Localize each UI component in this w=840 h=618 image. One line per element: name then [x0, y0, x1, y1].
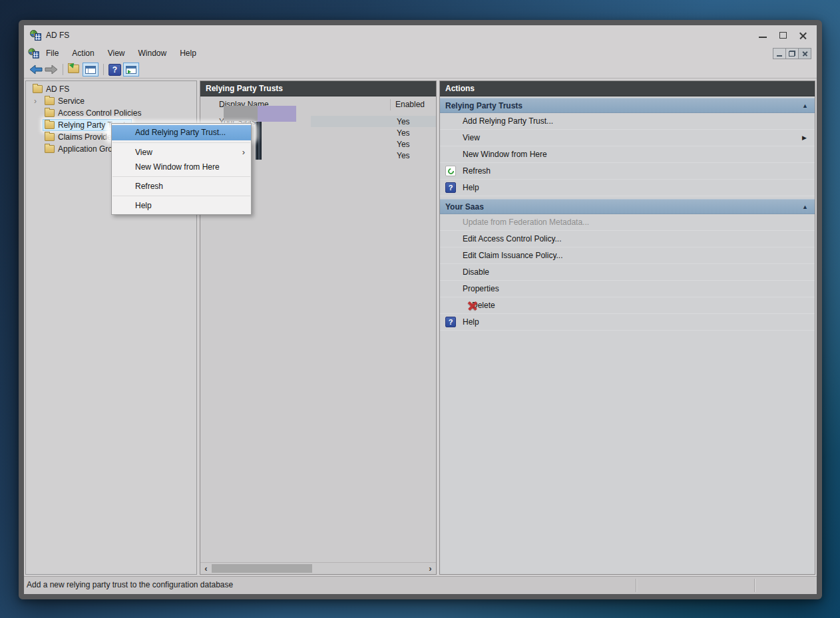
chevron-right-icon[interactable]: ›	[34, 96, 43, 106]
desktop-background: AD FS File Action View Window Help	[0, 0, 840, 618]
actions-pane-header: Actions	[440, 81, 815, 96]
action-disable[interactable]: Disable	[440, 264, 815, 281]
mdi-restore-button[interactable]	[785, 48, 799, 59]
folder-icon	[45, 133, 55, 141]
action-label: New Window from Here	[463, 150, 547, 159]
action-label: Add Relying Party Trust...	[463, 116, 553, 126]
back-icon[interactable]	[29, 65, 43, 75]
context-menu-help[interactable]: Help	[112, 198, 251, 213]
window-title: AD FS	[46, 31, 69, 40]
context-menu: Add Relying Party Trust... View › New Wi…	[111, 123, 252, 215]
mdi-close-icon	[802, 51, 808, 57]
toolbar: ?	[24, 61, 817, 78]
scrollbar-thumb[interactable]	[212, 564, 312, 573]
redaction-purple-box	[258, 106, 296, 122]
forward-icon[interactable]	[45, 65, 58, 75]
mdi-close-button[interactable]	[798, 48, 811, 59]
submenu-arrow-icon: ▶	[802, 134, 807, 141]
action-edit-access-control-policy[interactable]: Edit Access Control Policy...	[440, 231, 815, 247]
actions-section-your-saas[interactable]: Your Saas ▲	[440, 199, 815, 214]
help-icon[interactable]: ?	[108, 64, 121, 76]
status-divider	[636, 579, 636, 592]
context-menu-view[interactable]: View ›	[112, 145, 251, 160]
mdi-minimize-button[interactable]	[773, 48, 786, 59]
actions-section-relying-party-trusts[interactable]: Relying Party Trusts ▲	[440, 98, 815, 113]
maximize-icon	[779, 32, 787, 39]
console-tree-icon[interactable]	[83, 63, 99, 77]
collapse-arrow-icon[interactable]: ▲	[802, 102, 808, 109]
minimize-button[interactable]	[753, 26, 773, 45]
mdi-window-controls	[773, 48, 811, 59]
mdi-minimize-icon	[777, 55, 782, 57]
selected-row-highlight	[311, 116, 436, 127]
scroll-right-icon[interactable]: ›	[425, 563, 436, 574]
mdi-restore-icon	[789, 51, 795, 57]
context-menu-label: View	[135, 148, 152, 157]
submenu-arrow-icon: ›	[242, 145, 245, 160]
mmc-snapin-icon	[28, 48, 39, 58]
action-add-relying-party-trust[interactable]: Add Relying Party Trust...	[440, 113, 815, 130]
action-view[interactable]: View ▶	[440, 130, 815, 146]
menu-view[interactable]: View	[101, 47, 132, 60]
menu-separator	[112, 176, 250, 177]
maximize-button[interactable]	[773, 26, 793, 45]
action-delete[interactable]: Delete	[440, 297, 815, 314]
tree-item-label: Access Control Policies	[58, 108, 141, 118]
menu-help[interactable]: Help	[173, 47, 203, 60]
action-update-from-federation-metadata: Update from Federation Metadata...	[440, 214, 815, 231]
redaction-gray-box	[224, 106, 258, 121]
context-menu-new-window-from-here[interactable]: New Window from Here	[112, 160, 251, 174]
action-label: Help	[463, 183, 479, 192]
action-pane-icon[interactable]	[123, 63, 139, 77]
folder-icon	[45, 121, 55, 129]
results-pane-header: Relying Party Trusts	[200, 81, 436, 96]
action-help[interactable]: ? Help	[440, 314, 815, 331]
context-menu-refresh[interactable]: Refresh	[112, 179, 251, 194]
delete-icon	[468, 301, 477, 310]
action-refresh[interactable]: Refresh	[440, 163, 815, 180]
context-menu-add-relying-party-trust[interactable]: Add Relying Party Trust...	[112, 125, 251, 140]
column-divider[interactable]	[390, 99, 391, 110]
row-enabled-value[interactable]: Yes	[397, 151, 410, 160]
action-new-window-from-here[interactable]: New Window from Here	[440, 146, 815, 163]
collapse-arrow-icon[interactable]: ▲	[802, 204, 808, 210]
action-help[interactable]: ? Help	[440, 180, 815, 196]
action-label: Refresh	[463, 166, 491, 176]
column-header-enabled[interactable]: Enabled	[395, 100, 425, 109]
tree-item-ad-fs[interactable]: AD FS	[26, 83, 196, 95]
status-bar: Add a new relying party trust to the con…	[24, 576, 817, 594]
help-icon: ?	[445, 182, 456, 193]
folder-icon	[33, 85, 43, 93]
toolbar-separator	[103, 64, 104, 75]
scroll-left-icon[interactable]: ‹	[200, 563, 212, 574]
row-enabled-value[interactable]: Yes	[397, 128, 410, 138]
menu-bar: File Action View Window Help	[24, 45, 817, 61]
mmc-app-icon	[30, 30, 41, 41]
refresh-icon	[445, 166, 456, 176]
tree-item-access-control-policies[interactable]: Access Control Policies	[26, 107, 196, 119]
action-label: View	[463, 133, 480, 142]
title-bar[interactable]: AD FS	[24, 25, 817, 45]
action-label: Edit Access Control Policy...	[463, 234, 562, 243]
action-label: Edit Claim Issuance Policy...	[463, 251, 563, 260]
close-button[interactable]	[793, 26, 813, 45]
action-label: Disable	[463, 267, 489, 277]
section-title: Relying Party Trusts	[445, 101, 523, 110]
action-edit-claim-issuance-policy[interactable]: Edit Claim Issuance Policy...	[440, 247, 815, 264]
action-label: Properties	[463, 284, 499, 293]
row-enabled-value[interactable]: Yes	[397, 140, 410, 149]
adfs-console-window: AD FS File Action View Window Help	[19, 20, 822, 599]
menu-action[interactable]: Action	[65, 47, 101, 60]
horizontal-scrollbar[interactable]: ‹ ›	[200, 562, 436, 574]
row-enabled-value[interactable]: Yes	[397, 117, 410, 126]
action-label: Update from Federation Metadata...	[463, 218, 589, 227]
folder-icon	[45, 97, 55, 105]
tree-item-service[interactable]: › Service	[26, 95, 196, 107]
tree-item-label: AD FS	[46, 84, 69, 94]
menu-file[interactable]: File	[39, 47, 65, 60]
menu-window[interactable]: Window	[132, 47, 174, 60]
action-label: Help	[463, 317, 479, 327]
toolbar-separator	[63, 64, 63, 75]
action-properties[interactable]: Properties	[440, 281, 815, 297]
folder-up-icon[interactable]	[68, 65, 81, 75]
